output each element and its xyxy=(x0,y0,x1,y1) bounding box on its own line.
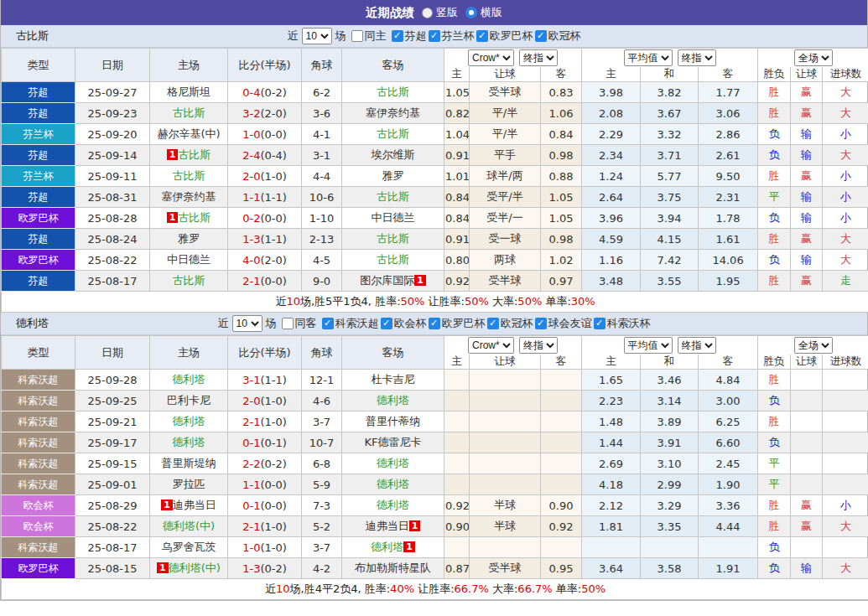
away-team-cell[interactable]: 古比斯 xyxy=(342,250,444,271)
checkbox-checked-icon[interactable]: ✓ xyxy=(322,318,334,329)
home-team-cell[interactable]: 德利塔 xyxy=(150,370,228,391)
league-filter-checkbox[interactable]: ✓欧会杯 xyxy=(381,316,427,331)
outcome-cell xyxy=(823,432,868,453)
scope-select[interactable]: 全场 xyxy=(794,49,833,66)
checkbox-unchecked-icon[interactable] xyxy=(351,30,363,42)
odds-source-select[interactable]: Crow* xyxy=(468,49,514,66)
home-team-cell[interactable]: 1德利塔(中) xyxy=(150,558,228,579)
away-team-cell[interactable]: 古比斯 xyxy=(342,229,444,250)
match-row: 欧罗巴杯25-08-151德利塔(中)1-3(0-2)4-2布加勒斯特星队0.8… xyxy=(2,558,868,579)
date-cell: 25-08-22 xyxy=(75,250,150,271)
home-team-cell[interactable]: 1古比斯 xyxy=(150,145,228,166)
away-team-cell[interactable]: 德利塔1 xyxy=(342,537,444,558)
match-row: 芬超25-09-141古比斯2-4(0-4)3-1埃尔维斯0.91平手0.982… xyxy=(2,145,868,166)
home-team-cell[interactable]: 巴利卡尼 xyxy=(150,391,228,412)
corners-cell: 10-7 xyxy=(302,432,342,453)
odds-source-select[interactable]: Crow* xyxy=(468,337,514,354)
away-team-cell[interactable]: 德利塔 xyxy=(342,495,444,516)
handicap-odds-cell: 0.80 xyxy=(444,250,470,271)
away-team-cell[interactable]: 普里什蒂纳 xyxy=(342,412,444,432)
home-team-cell[interactable]: 古比斯 xyxy=(150,166,228,187)
home-team-cell[interactable]: 1古比斯 xyxy=(150,208,228,229)
away-team-cell[interactable]: 雅罗 xyxy=(342,166,444,187)
league-filter-checkbox[interactable]: ✓科索沃超 xyxy=(322,316,379,331)
match-count-select[interactable]: 10 xyxy=(232,315,262,332)
home-team-cell[interactable]: 罗拉匹 xyxy=(150,474,228,495)
away-team-cell[interactable]: 古比斯 xyxy=(342,124,444,145)
match-table-body: 科索沃超25-09-28德利塔3-1(1-1)12-1杜卡吉尼1.653.464… xyxy=(2,370,868,579)
league-filter-label: 欧罗巴杯 xyxy=(490,28,533,44)
away-team-cell[interactable]: 埃尔维斯 xyxy=(342,145,444,166)
checkbox-checked-icon[interactable]: ✓ xyxy=(487,318,499,329)
away-team-cell[interactable]: 布加勒斯特星队 xyxy=(342,558,444,579)
away-team-cell[interactable]: 德利塔 xyxy=(342,391,444,412)
away-team-cell[interactable]: 古比斯 xyxy=(342,187,444,208)
league-filter-checkbox[interactable]: ✓欧冠杯 xyxy=(487,316,533,331)
home-team-cell[interactable]: 古比斯 xyxy=(150,103,228,124)
home-team-cell[interactable]: 雅罗 xyxy=(150,229,228,250)
checkbox-checked-icon[interactable]: ✓ xyxy=(429,318,440,329)
layout-radio-horizontal[interactable]: 横版 xyxy=(465,5,502,20)
away-team-cell[interactable]: 德利塔 xyxy=(342,453,444,474)
home-team-cell[interactable]: 德利塔 xyxy=(150,432,228,453)
home-team-cell[interactable]: 德利塔 xyxy=(150,412,228,432)
league-filter-checkbox[interactable]: ✓芬兰杯 xyxy=(429,28,475,44)
league-filter-checkbox[interactable]: ✓欧冠杯 xyxy=(535,28,581,44)
home-team-cell[interactable]: 德利塔(中) xyxy=(150,516,228,537)
scope-select[interactable]: 全场 xyxy=(794,337,833,354)
away-team-cell[interactable]: 杜卡吉尼 xyxy=(342,370,444,391)
avg-source-select[interactable]: 平均值 xyxy=(624,337,673,354)
home-team-cell[interactable]: 赫尔辛基(中) xyxy=(150,124,228,145)
sub-handicap-result: 让球 xyxy=(791,355,823,370)
same-venue-checkbox[interactable]: 同客 xyxy=(282,316,317,331)
same-venue-checkbox[interactable]: 同主 xyxy=(351,28,387,44)
league-filter-checkbox[interactable]: ✓欧罗巴杯 xyxy=(429,316,486,331)
radio-unselected-icon[interactable] xyxy=(422,8,433,18)
odds-kind-select[interactable]: 终指 xyxy=(519,49,558,66)
checkbox-checked-icon[interactable]: ✓ xyxy=(381,318,392,329)
league-filter-label: 科索沃超 xyxy=(335,316,379,331)
away-team-cell[interactable]: 古比斯 xyxy=(342,82,444,103)
avg-source-select[interactable]: 平均值 xyxy=(624,49,673,66)
odds-kind-select[interactable]: 终指 xyxy=(519,337,558,354)
away-team-cell[interactable]: 中日德兰 xyxy=(342,208,444,229)
avg-odds-cell: 2.08 xyxy=(582,103,641,124)
layout-radio-vertical[interactable]: 竖版 xyxy=(422,5,458,20)
handicap-odds-cell: 0.95 xyxy=(541,558,582,579)
away-team-cell[interactable]: 迪弗当日1 xyxy=(342,516,444,537)
outcome-cell: 负 xyxy=(758,558,791,579)
home-team-cell[interactable]: 古比斯 xyxy=(150,271,228,292)
checkbox-checked-icon[interactable]: ✓ xyxy=(535,318,547,329)
avg-kind-select[interactable]: 终指 xyxy=(678,49,716,66)
radio-selected-icon[interactable] xyxy=(465,7,477,18)
avg-kind-select[interactable]: 终指 xyxy=(678,337,716,354)
away-team-cell[interactable]: 德利塔 xyxy=(342,474,444,495)
corners-cell: 3-1 xyxy=(302,145,342,166)
handicap-odds-cell xyxy=(541,412,582,432)
checkbox-checked-icon[interactable]: ✓ xyxy=(429,30,440,42)
home-team-cell[interactable]: 格尼斯坦 xyxy=(150,82,228,103)
away-team-cell[interactable]: 塞伊奈约基 xyxy=(342,103,444,124)
home-team-cell[interactable]: 塞伊奈约基 xyxy=(150,187,228,208)
home-team-cell[interactable]: 1迪弗当日 xyxy=(150,495,228,516)
checkbox-checked-icon[interactable]: ✓ xyxy=(535,30,547,42)
home-team-cell[interactable]: 普里斯堤纳 xyxy=(150,453,228,474)
corners-cell: 5-9 xyxy=(302,474,342,495)
home-team-cell[interactable]: 乌罗舍瓦茨 xyxy=(150,537,228,558)
avg-odds-cell xyxy=(699,537,758,558)
away-team-cell[interactable]: 图尔库国际1 xyxy=(342,271,444,292)
checkbox-checked-icon[interactable]: ✓ xyxy=(392,30,403,42)
score-cell: 0-2(0-0) xyxy=(228,208,302,229)
away-team-cell[interactable]: KF德雷尼卡 xyxy=(342,432,444,453)
checkbox-checked-icon[interactable]: ✓ xyxy=(476,30,488,42)
match-count-select[interactable]: 10 xyxy=(302,28,332,44)
checkbox-checked-icon[interactable]: ✓ xyxy=(594,318,606,329)
team-text: 德利塔 xyxy=(377,499,409,511)
checkbox-unchecked-icon[interactable] xyxy=(282,318,294,329)
league-filter-checkbox[interactable]: ✓芬超 xyxy=(392,28,427,44)
league-filter-checkbox[interactable]: ✓欧罗巴杯 xyxy=(476,28,533,44)
league-filter-checkbox[interactable]: ✓科索沃杯 xyxy=(594,316,651,331)
league-filter-checkbox[interactable]: ✓球会友谊 xyxy=(535,316,592,331)
home-team-cell[interactable]: 中日德兰 xyxy=(150,250,228,271)
outcome-cell: 胜 xyxy=(758,271,791,292)
